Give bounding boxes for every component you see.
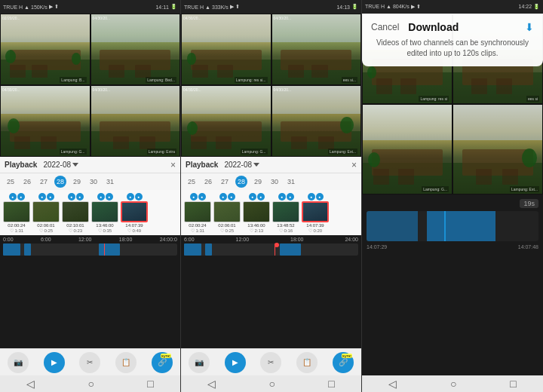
tl-segment-1a	[3, 243, 20, 256]
clip-icon-2a: ●	[38, 193, 46, 201]
clip-thumb-2-2[interactable]	[213, 201, 241, 222]
clip-item-1[interactable]: ● ● 02:00:24 ♡ 1:31	[3, 193, 30, 233]
toolbar-btn-clip-2[interactable]: 📋	[296, 352, 318, 373]
video-cell-2-4[interactable]: 04/30/20... Lampung: Ext...	[272, 85, 362, 157]
video-cell-1-3[interactable]: 04/30/20... Lampung: G...	[0, 85, 90, 157]
nav-back-1[interactable]: ◁	[26, 378, 35, 390]
cal-day-26-1[interactable]: 26	[21, 178, 33, 185]
toolbar-btn-record-1[interactable]: 📷	[8, 352, 29, 373]
chevron-down-icon-2	[253, 163, 259, 167]
right-nav-bar: ◁ ○ □	[362, 375, 543, 392]
tl-dot-2	[275, 243, 279, 247]
cal-day-26-2[interactable]: 26	[202, 178, 214, 185]
clip-thumb-2-4[interactable]	[272, 201, 299, 222]
video-cell-1-4[interactable]: 04/30/20... Lampung: Extra	[90, 85, 181, 157]
nav-bar-2: ◁ ○ □	[181, 375, 361, 392]
cal-day-28-1[interactable]: 28	[54, 176, 66, 188]
clip-item-3[interactable]: ● ● 02:10:01 ♡ 0:23	[62, 193, 89, 233]
toolbar-btn-scissors-2[interactable]: ✂	[260, 352, 281, 373]
cal-day-28-2[interactable]: 28	[235, 176, 247, 188]
video-grid-2: 04/30/20... Lampung: res si... 04/30/20.…	[181, 14, 361, 157]
battery-2: 🔋	[351, 4, 358, 10]
cam-overlay-1-3: Lampung: G...	[60, 149, 87, 155]
right-nav-back[interactable]: ◁	[388, 378, 397, 390]
clip-thumb-2[interactable]	[32, 201, 60, 222]
clip-icon-4a: ●	[97, 193, 105, 201]
playback-month-2[interactable]: 2022-08	[224, 161, 259, 169]
clip-item-5[interactable]: ● ● 14:07:39 ♡ 0:49	[121, 193, 148, 233]
cal-day-30-1[interactable]: 30	[87, 178, 100, 185]
clip-thumb-2-3[interactable]	[243, 201, 270, 222]
clip-item-2-3[interactable]: ● ● 13:46:00 ♡ 2:13	[243, 193, 270, 233]
cam-overlay-1-4: Lampung: Extra	[147, 149, 176, 155]
cam-timestamp-2-3: 04/30/20...	[183, 87, 201, 92]
right-video-cell-4[interactable]: Lampung: Ext...	[452, 104, 543, 194]
mini-timeline[interactable]	[367, 211, 538, 241]
timeline-area-2[interactable]: 6:00 12:00 18:00 24:00	[181, 235, 361, 348]
clip-item-2-5[interactable]: ● ● 14:07:39 ♡ 0:20	[302, 193, 329, 233]
video-cell-2-3[interactable]: 04/30/20... Lampung: G...	[181, 85, 272, 157]
close-button-2[interactable]: ×	[351, 160, 357, 170]
clip-thumb-3[interactable]	[62, 201, 89, 222]
clip-thumb-4[interactable]	[91, 201, 118, 222]
download-title: Download	[408, 21, 525, 33]
close-button-1[interactable]: ×	[170, 160, 176, 170]
cal-day-25-2[interactable]: 25	[186, 178, 198, 185]
clip-thumb-5[interactable]	[121, 201, 148, 222]
cal-day-31-1[interactable]: 31	[104, 178, 116, 185]
timeline-track-1[interactable]	[3, 243, 177, 256]
clip-item-4[interactable]: ● ● 13:46:00 ♡ 0:35	[91, 193, 118, 233]
clip-item-2-2[interactable]: ● ● 02:06:01 ♡ 0:25	[213, 193, 241, 233]
right-timeline: 19s 14:07:29 14:07:48	[362, 194, 543, 375]
nav-home-2[interactable]: ○	[269, 378, 275, 390]
video-cell-2-2[interactable]: 04/30/20... ees si...	[272, 14, 362, 85]
right-nav-recent[interactable]: □	[510, 378, 516, 390]
clip-thumb-2-1[interactable]	[184, 201, 211, 222]
cal-day-27-2[interactable]: 27	[219, 178, 231, 185]
carrier-2: TRUE H	[184, 5, 204, 10]
video-cell-1-1[interactable]: 02/20/20... Lampung: B...	[0, 14, 90, 85]
toolbar-btn-play-2[interactable]: ▶	[225, 352, 246, 373]
cal-day-29-2[interactable]: 29	[252, 178, 264, 185]
timeline-labels-1: 0:00 6:00 12:00 18:00 24:00:0	[0, 235, 180, 243]
clip-thumb-1[interactable]	[3, 201, 30, 222]
video-cell-2-1[interactable]: 04/30/20... Lampung: res si...	[181, 14, 272, 85]
cal-day-25-1[interactable]: 25	[5, 178, 17, 185]
toolbar-btn-sync-2[interactable]: 🔗sync	[333, 352, 354, 373]
nav-home-1[interactable]: ○	[88, 378, 94, 390]
clip-icons-2-2: ● ●	[219, 193, 235, 201]
nav-recent-1[interactable]: □	[147, 378, 153, 390]
playback-area-2: Playback 2022-08 × 25 26 27 28 29 30 31 …	[181, 157, 361, 392]
clip-item-2[interactable]: ● ● 02:06:01 ♡ 0:25	[32, 193, 60, 233]
cal-day-27-1[interactable]: 27	[38, 178, 50, 185]
tl-label-0: 0:00	[3, 237, 14, 242]
toolbar-btn-clip-1[interactable]: 📋	[115, 352, 137, 373]
right-nav-home[interactable]: ○	[450, 378, 456, 390]
timeline-area-1[interactable]: 0:00 6:00 12:00 18:00 24:00:0	[0, 235, 180, 348]
cal-day-29-1[interactable]: 29	[71, 178, 83, 185]
playback-month-1[interactable]: 2022-08	[43, 161, 78, 169]
clip-item-2-1[interactable]: ● ● 02:00:24 ♡ 1:31	[184, 193, 211, 233]
cancel-button[interactable]: Cancel	[371, 22, 399, 32]
right-video-cell-3[interactable]: Lampung: G...	[362, 104, 452, 194]
popup-header: Cancel Download ⬇	[371, 21, 534, 33]
toolbar-btn-scissors-1[interactable]: ✂	[79, 352, 100, 373]
toolbar-btn-sync-1[interactable]: 🔗sync	[152, 352, 173, 373]
cal-day-31-2[interactable]: 31	[285, 178, 297, 185]
right-time: 14:22	[519, 4, 532, 9]
clip-icon-5b: ●	[135, 193, 143, 201]
clip-item-2-4[interactable]: ● ● 13:48:52 ♡ 0:16	[272, 193, 299, 233]
toolbar-btn-record-2[interactable]: 📷	[189, 352, 210, 373]
duration-badge: 19s	[520, 199, 538, 208]
clip-duration-5: ♡ 0:49	[127, 228, 141, 233]
clip-thumb-2-5[interactable]	[302, 201, 329, 222]
cal-day-30-2[interactable]: 30	[268, 178, 281, 185]
video-cell-1-2[interactable]: 04/30/20... Lampung: Bed...	[90, 14, 181, 85]
nav-recent-2[interactable]: □	[328, 378, 334, 390]
tl-segment-2b	[205, 243, 212, 256]
nav-back-2[interactable]: ◁	[207, 378, 216, 390]
toolbar-btn-play-1[interactable]: ▶	[44, 352, 65, 373]
download-icon[interactable]: ⬇	[525, 21, 534, 33]
timeline-track-2[interactable]	[184, 243, 358, 256]
status-right-1: 14:11 🔋	[155, 4, 177, 10]
